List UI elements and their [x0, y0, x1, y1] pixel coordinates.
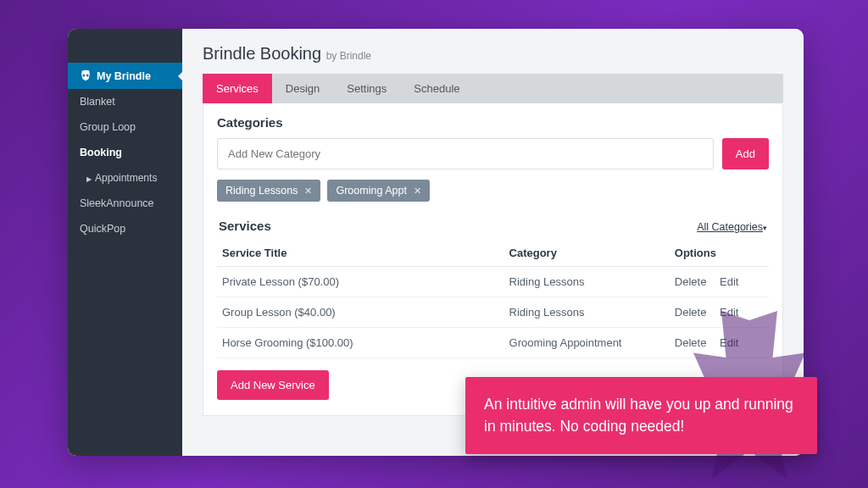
- sidebar: My Brindle Blanket Group Loop Booking Ap…: [68, 29, 182, 456]
- add-category-button[interactable]: Add: [722, 138, 769, 169]
- chip-label: Riding Lessons: [225, 185, 298, 197]
- chip-label: Grooming Appt: [336, 185, 406, 197]
- sidebar-item-label: Booking: [80, 147, 122, 158]
- add-service-button[interactable]: Add New Service: [217, 370, 329, 400]
- tab-services[interactable]: Services: [203, 74, 272, 103]
- table-row: Private Lesson ($70.00) Riding Lessons D…: [217, 267, 769, 297]
- col-service-title: Service Title: [217, 240, 504, 267]
- close-icon[interactable]: ✕: [414, 186, 421, 197]
- page-byline: by Brindle: [326, 50, 371, 62]
- sidebar-item-my-brindle[interactable]: My Brindle: [68, 63, 182, 89]
- delete-link[interactable]: Delete: [675, 275, 707, 288]
- col-category: Category: [504, 240, 670, 267]
- cell-service-title: Horse Grooming ($100.00): [217, 328, 504, 358]
- sidebar-item-label: QuickPop: [80, 223, 125, 235]
- category-filter-dropdown[interactable]: All Categories: [697, 221, 767, 233]
- sidebar-item-group-loop[interactable]: Group Loop: [68, 114, 182, 140]
- category-add-row: Add: [217, 138, 769, 169]
- promo-text: An intuitive admin will have you up and …: [484, 396, 793, 434]
- sidebar-item-sleekannounce[interactable]: SleekAnnounce: [68, 191, 182, 216]
- chip-riding-lessons[interactable]: Riding Lessons ✕: [217, 180, 320, 202]
- services-header: Services All Categories: [219, 219, 767, 233]
- page-title-text: Brindle Booking: [203, 44, 321, 63]
- sidebar-item-label: Blanket: [80, 96, 115, 108]
- tab-settings[interactable]: Settings: [333, 74, 400, 103]
- sidebar-item-label: SleekAnnounce: [80, 197, 154, 209]
- page-title: Brindle Booking by Brindle: [203, 44, 783, 64]
- cell-category: Riding Lessons: [504, 267, 670, 297]
- categories-heading: Categories: [217, 115, 769, 130]
- tab-schedule[interactable]: Schedule: [400, 74, 473, 103]
- cell-service-title: Group Lesson ($40.00): [217, 297, 504, 328]
- sidebar-item-label: My Brindle: [97, 70, 151, 82]
- edit-link[interactable]: Edit: [720, 275, 738, 288]
- tab-design[interactable]: Design: [272, 74, 333, 103]
- sidebar-item-appointments[interactable]: Appointments: [68, 165, 182, 191]
- sidebar-item-booking[interactable]: Booking: [68, 140, 182, 165]
- promo-banner: An intuitive admin will have you up and …: [465, 377, 817, 454]
- brindle-icon: [80, 69, 92, 81]
- category-chips: Riding Lessons ✕ Grooming Appt ✕: [217, 180, 769, 202]
- category-input[interactable]: [217, 138, 714, 169]
- sidebar-item-label: Group Loop: [80, 121, 136, 133]
- services-heading: Services: [219, 219, 271, 233]
- sidebar-item-blanket[interactable]: Blanket: [68, 89, 182, 114]
- sidebar-item-quickpop[interactable]: QuickPop: [68, 216, 182, 241]
- tab-bar: Services Design Settings Schedule: [203, 74, 783, 103]
- chip-grooming-appt[interactable]: Grooming Appt ✕: [327, 180, 429, 202]
- close-icon[interactable]: ✕: [304, 186, 312, 197]
- sidebar-item-label: Appointments: [95, 172, 157, 184]
- cell-service-title: Private Lesson ($70.00): [217, 267, 504, 297]
- cell-category: Grooming Appointment: [504, 328, 670, 358]
- col-options: Options: [670, 240, 769, 267]
- cell-category: Riding Lessons: [504, 297, 670, 328]
